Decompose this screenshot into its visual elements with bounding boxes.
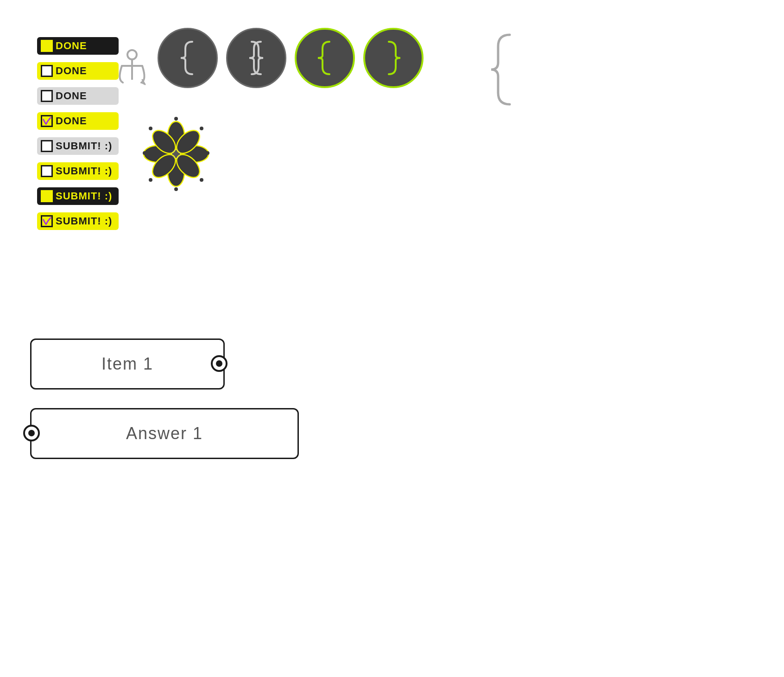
svg-point-20	[171, 149, 181, 159]
submit-button-2[interactable]: SUBMIT! :)	[37, 162, 119, 180]
answer-box[interactable]: Answer 1	[30, 408, 299, 459]
svg-point-13	[200, 127, 203, 130]
brace-circle-4	[363, 28, 424, 88]
item-box[interactable]: Item 1	[30, 338, 225, 390]
svg-point-15	[174, 187, 178, 191]
svg-point-0	[127, 50, 137, 59]
svg-point-19	[200, 178, 203, 182]
done-button-2[interactable]: DONE	[37, 62, 119, 80]
answer-box-text: Answer 1	[126, 424, 203, 443]
checkbox-3[interactable]	[41, 90, 53, 102]
submit-label-2: SUBMIT! :)	[56, 165, 112, 177]
submit-button-4[interactable]: SUBMIT! :)	[37, 212, 119, 230]
buttons-container: DONE DONE DONE DONE SUBMIT! :) SUBMIT! :…	[37, 37, 119, 230]
brace-circles-row	[158, 28, 424, 88]
checkbox-1[interactable]	[41, 40, 53, 52]
submit-button-1[interactable]: SUBMIT! :)	[37, 137, 119, 155]
checkbox-8[interactable]	[41, 215, 53, 227]
svg-point-17	[143, 151, 146, 155]
checkbox-7[interactable]	[41, 190, 53, 202]
svg-point-18	[149, 178, 152, 182]
checkbox-2[interactable]	[41, 65, 53, 77]
checkbox-5[interactable]	[41, 140, 53, 152]
anchor-icon	[114, 46, 151, 90]
done-button-3[interactable]: DONE	[37, 87, 119, 105]
svg-point-16	[149, 127, 152, 130]
submit-label-4: SUBMIT! :)	[56, 215, 112, 227]
submit-label-3: SUBMIT! :)	[56, 190, 112, 202]
done-button-4[interactable]: DONE	[37, 112, 119, 130]
checkbox-6[interactable]	[41, 165, 53, 177]
done-label-4: DONE	[56, 115, 87, 127]
done-button-1[interactable]: DONE	[37, 37, 119, 55]
checkbox-4[interactable]	[41, 115, 53, 127]
done-label-3: DONE	[56, 90, 87, 102]
standalone-brace-icon	[487, 30, 524, 111]
brace-circle-3	[295, 28, 355, 88]
done-label-1: DONE	[56, 40, 87, 52]
svg-point-12	[174, 117, 178, 121]
flower-icon	[130, 111, 222, 199]
submit-label-1: SUBMIT! :)	[56, 140, 112, 152]
svg-point-14	[206, 151, 209, 155]
item-right-dot[interactable]	[211, 355, 228, 372]
brace-circle-2	[226, 28, 286, 88]
item-box-text: Item 1	[101, 354, 153, 374]
brace-circle-1	[158, 28, 218, 88]
answer-left-dot[interactable]	[23, 425, 40, 441]
submit-button-3[interactable]: SUBMIT! :)	[37, 187, 119, 205]
done-label-2: DONE	[56, 65, 87, 77]
